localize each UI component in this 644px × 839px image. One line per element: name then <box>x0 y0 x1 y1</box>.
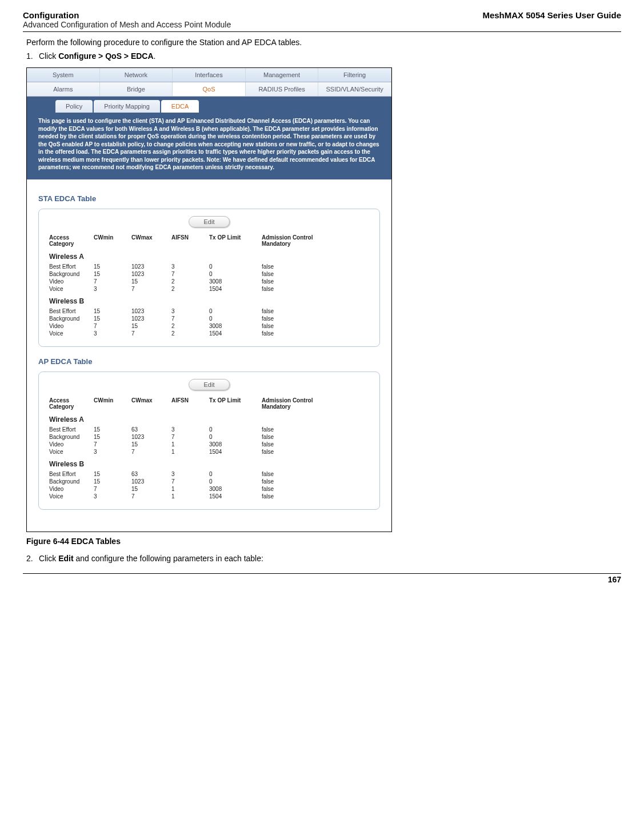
content-area: STA EDCA Table Edit Access Category CWmi… <box>27 179 391 532</box>
subtab-priority-mapping[interactable]: Priority Mapping <box>94 100 159 113</box>
subtabs-bar: Policy Priority Mapping EDCA <box>27 97 391 113</box>
tab-alarms[interactable]: Alarms <box>27 82 100 96</box>
page-number: 167 <box>23 575 621 584</box>
subtabs: Policy Priority Mapping EDCA <box>55 100 391 113</box>
step-2-pre: Click <box>39 554 58 563</box>
col-admission: Admission Control Mandatory <box>262 396 336 411</box>
table-row: Video71523008false <box>49 278 369 285</box>
table-row: Video71513008false <box>49 441 369 448</box>
tab-network[interactable]: Network <box>100 68 173 82</box>
sta-edit-button[interactable]: Edit <box>189 216 230 227</box>
step-2-number: 2. <box>26 554 37 563</box>
header-section-title: Configuration <box>23 10 231 20</box>
step-list: 1. Click Configure > QoS > EDCA. <box>26 51 621 61</box>
table-row: Video71523008false <box>49 322 369 330</box>
ap-edca-title: AP EDCA Table <box>38 357 380 366</box>
sta-edit-row: Edit <box>49 216 369 227</box>
step-1-post: . <box>154 51 156 61</box>
mid-tabs-row: Alarms Bridge QoS RADIUS Profiles SSID/V… <box>27 82 391 97</box>
tab-bridge[interactable]: Bridge <box>100 82 173 96</box>
col-access-category: Access Category <box>49 233 94 248</box>
table-row: Best Effort156330false <box>49 426 369 433</box>
figure-caption: Figure 6-44 EDCA Tables <box>26 537 621 546</box>
ap-wireless-a-label: Wireless A <box>49 415 369 424</box>
header-subsection-title: Advanced Configuration of Mesh and Acces… <box>23 20 231 29</box>
tab-filtering[interactable]: Filtering <box>318 68 391 82</box>
header-divider <box>23 31 621 32</box>
table-row: Voice3721504false <box>49 330 369 337</box>
table-row: Best Effort15102330false <box>49 263 369 270</box>
tab-ssid-vlan-security[interactable]: SSID/VLAN/Security <box>318 82 391 96</box>
col-access-category: Access Category <box>49 396 94 411</box>
tab-management[interactable]: Management <box>246 68 319 82</box>
footer-divider <box>23 573 621 574</box>
page-header-left: Configuration Advanced Configuration of … <box>23 10 231 29</box>
table-row: Voice3711504false <box>49 493 369 500</box>
tab-interfaces[interactable]: Interfaces <box>173 68 246 82</box>
sta-wireless-b: Wireless B Best Effort15102330false Back… <box>49 297 369 337</box>
tab-system[interactable]: System <box>27 68 100 82</box>
top-tabs-row: System Network Interfaces Management Fil… <box>27 68 391 82</box>
col-cwmax: CWmax <box>131 233 171 248</box>
tab-qos[interactable]: QoS <box>173 82 246 96</box>
ap-col-headers: Access Category CWmin CWmax AIFSN Tx OP … <box>49 396 369 411</box>
sta-edca-table-box: Edit Access Category CWmin CWmax AIFSN T… <box>38 209 380 347</box>
step-2-post: and configure the following parameters i… <box>74 554 263 563</box>
col-admission: Admission Control Mandatory <box>262 233 336 248</box>
col-cwmax: CWmax <box>131 396 171 411</box>
sta-wireless-a: Wireless A Best Effort15102330false Back… <box>49 253 369 293</box>
subtab-policy[interactable]: Policy <box>55 100 93 113</box>
table-row: Background15102370false <box>49 315 369 322</box>
footer: 167 <box>23 573 621 584</box>
col-cwmin: CWmin <box>94 396 131 411</box>
step-2-bold: Edit <box>58 554 73 563</box>
table-row: Video71513008false <box>49 485 369 493</box>
col-txop: Tx OP Limit <box>209 396 262 411</box>
sta-wireless-a-label: Wireless A <box>49 253 369 261</box>
table-row: Background15102370false <box>49 270 369 278</box>
step-list-2: 2. Click Edit and configure the followin… <box>26 554 621 563</box>
step-1-pre: Click <box>39 51 58 61</box>
table-row: Background15102370false <box>49 478 369 485</box>
col-txop: Tx OP Limit <box>209 233 262 248</box>
step-1: 1. Click Configure > QoS > EDCA. <box>26 51 621 61</box>
ap-edit-row: Edit <box>49 379 369 390</box>
sta-col-headers: Access Category CWmin CWmax AIFSN Tx OP … <box>49 233 369 248</box>
screenshot-frame: System Network Interfaces Management Fil… <box>26 67 392 532</box>
ap-wireless-b-label: Wireless B <box>49 460 369 468</box>
table-row: Voice3711504false <box>49 448 369 456</box>
step-2: 2. Click Edit and configure the followin… <box>26 554 621 563</box>
sta-wireless-b-label: Wireless B <box>49 297 369 305</box>
ap-edca-table-box: Edit Access Category CWmin CWmax AIFSN T… <box>38 371 380 510</box>
document-page: Configuration Advanced Configuration of … <box>0 0 644 596</box>
col-aifsn: AIFSN <box>171 396 209 411</box>
ap-wireless-a: Wireless A Best Effort156330false Backgr… <box>49 415 369 456</box>
intro-text: Perform the following procedure to confi… <box>26 38 621 47</box>
ap-edit-button[interactable]: Edit <box>189 379 230 390</box>
sta-edca-title: STA EDCA Table <box>38 194 380 203</box>
table-row: Background15102370false <box>49 433 369 441</box>
step-1-number: 1. <box>26 51 37 61</box>
table-row: Best Effort15102330false <box>49 307 369 315</box>
tab-radius-profiles[interactable]: RADIUS Profiles <box>246 82 319 96</box>
ap-wireless-b: Wireless B Best Effort156330false Backgr… <box>49 460 369 500</box>
description-panel: This page is used to configure the clien… <box>27 113 391 179</box>
table-row: Best Effort156330false <box>49 470 369 478</box>
col-cwmin: CWmin <box>94 233 131 248</box>
page-header: Configuration Advanced Configuration of … <box>23 10 621 29</box>
table-row: Voice3721504false <box>49 285 369 293</box>
subtab-edca[interactable]: EDCA <box>161 100 199 113</box>
header-guide-title: MeshMAX 5054 Series User Guide <box>482 10 621 29</box>
col-aifsn: AIFSN <box>171 233 209 248</box>
step-1-bold: Configure > QoS > EDCA <box>58 51 153 61</box>
